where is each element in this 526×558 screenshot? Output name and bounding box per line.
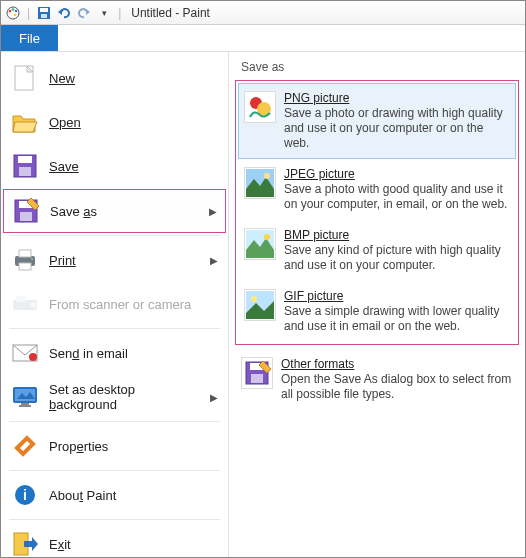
chevron-right-icon: ▶ xyxy=(210,255,218,266)
jpeg-icon xyxy=(244,167,276,199)
other-formats-icon xyxy=(241,357,273,389)
menu-exit[interactable]: Exit xyxy=(1,522,228,558)
open-icon xyxy=(11,108,39,136)
menu-save-as-label: Save as xyxy=(50,204,97,219)
svg-point-37 xyxy=(264,234,270,240)
format-bmp-title: BMP picture xyxy=(284,228,510,243)
paint-app-icon xyxy=(5,5,21,21)
menu-save-as[interactable]: Save as ▶ xyxy=(3,189,226,233)
svg-rect-42 xyxy=(251,374,263,383)
menu-about-label: About Paint xyxy=(49,488,116,503)
svg-rect-16 xyxy=(19,250,31,257)
format-gif-title: GIF picture xyxy=(284,289,510,304)
format-jpeg-title: JPEG picture xyxy=(284,167,510,182)
svg-rect-26 xyxy=(21,403,29,405)
menu-about[interactable]: i About Paint xyxy=(1,473,228,517)
svg-rect-17 xyxy=(19,263,31,270)
svg-text:i: i xyxy=(23,487,27,503)
divider xyxy=(9,235,220,236)
svg-point-2 xyxy=(12,8,15,11)
svg-point-35 xyxy=(264,173,270,179)
svg-rect-14 xyxy=(20,212,32,221)
chevron-right-icon: ▶ xyxy=(210,392,218,403)
svg-rect-11 xyxy=(19,167,31,176)
file-tab-label: File xyxy=(19,31,40,46)
redo-icon[interactable] xyxy=(76,5,92,21)
format-jpeg-desc: Save a photo with good quality and use i… xyxy=(284,182,510,212)
info-icon: i xyxy=(11,481,39,509)
format-other-desc: Open the Save As dialog box to select fr… xyxy=(281,372,513,402)
svg-point-4 xyxy=(14,13,17,16)
format-gif[interactable]: GIF picture Save a simple drawing with l… xyxy=(238,281,516,342)
title-bar: | ▾ | Untitled - Paint xyxy=(1,1,525,25)
exit-icon xyxy=(11,530,39,558)
desktop-icon xyxy=(11,383,39,411)
format-other[interactable]: Other formats Open the Save As dialog bo… xyxy=(235,349,519,410)
file-tab[interactable]: File xyxy=(1,25,58,51)
svg-rect-20 xyxy=(16,296,26,302)
window-title: Untitled - Paint xyxy=(131,6,210,20)
svg-point-1 xyxy=(9,9,12,12)
format-png-desc: Save a photo or drawing with high qualit… xyxy=(284,106,510,151)
divider xyxy=(9,519,220,520)
svg-rect-10 xyxy=(18,156,32,163)
chevron-right-icon: ▶ xyxy=(209,206,217,217)
gif-icon xyxy=(244,289,276,321)
separator-icon: | xyxy=(118,6,121,20)
menu-exit-label: Exit xyxy=(49,537,71,552)
divider xyxy=(9,470,220,471)
menu-desktop-bg[interactable]: Set as desktop background ▶ xyxy=(1,375,228,419)
save-as-section-title: Save as xyxy=(235,58,519,80)
formats-highlight-box: PNG picture Save a photo or drawing with… xyxy=(235,80,519,345)
format-bmp[interactable]: BMP picture Save any kind of picture wit… xyxy=(238,220,516,281)
scanner-icon xyxy=(11,290,39,318)
menu-scanner-label: From scanner or camera xyxy=(49,297,191,312)
png-icon xyxy=(244,91,276,123)
file-menu-panel: New Open Save Save as ▶ Prin xyxy=(1,51,525,557)
undo-icon[interactable] xyxy=(56,5,72,21)
menu-print-label: Print xyxy=(49,253,76,268)
menu-send-email-label: Send in email xyxy=(49,346,128,361)
menu-new-label: New xyxy=(49,71,75,86)
menu-open[interactable]: Open xyxy=(1,100,228,144)
file-menu-left: New Open Save Save as ▶ Prin xyxy=(1,52,229,557)
svg-rect-7 xyxy=(41,14,47,18)
format-gif-desc: Save a simple drawing with lower quality… xyxy=(284,304,510,334)
menu-properties-label: Properties xyxy=(49,439,108,454)
svg-point-3 xyxy=(15,9,18,12)
svg-point-23 xyxy=(29,353,37,361)
menu-open-label: Open xyxy=(49,115,81,130)
svg-point-21 xyxy=(30,302,36,308)
menu-new[interactable]: New xyxy=(1,56,228,100)
format-jpeg[interactable]: JPEG picture Save a photo with good qual… xyxy=(238,159,516,220)
menu-scanner: From scanner or camera xyxy=(1,282,228,326)
menu-save[interactable]: Save xyxy=(1,144,228,188)
save-disk-icon xyxy=(11,152,39,180)
svg-point-39 xyxy=(251,296,257,302)
separator-icon: | xyxy=(27,6,30,20)
save-icon[interactable] xyxy=(36,5,52,21)
save-as-submenu: Save as PNG picture Save a photo or draw… xyxy=(229,52,525,557)
menu-desktop-bg-label: Set as desktop background xyxy=(49,382,200,412)
svg-rect-27 xyxy=(19,405,31,407)
format-bmp-desc: Save any kind of picture with high quali… xyxy=(284,243,510,273)
menu-print[interactable]: Print ▶ xyxy=(1,238,228,282)
format-png[interactable]: PNG picture Save a photo or drawing with… xyxy=(238,83,516,159)
bmp-icon xyxy=(244,228,276,260)
print-icon xyxy=(11,246,39,274)
format-png-title: PNG picture xyxy=(284,91,510,106)
email-icon xyxy=(11,339,39,367)
svg-point-18 xyxy=(31,258,33,260)
menu-save-label: Save xyxy=(49,159,79,174)
menu-properties[interactable]: Properties xyxy=(1,424,228,468)
customize-qat-icon[interactable]: ▾ xyxy=(96,5,112,21)
divider xyxy=(9,328,220,329)
svg-rect-6 xyxy=(40,8,48,12)
divider xyxy=(9,421,220,422)
format-other-title: Other formats xyxy=(281,357,513,372)
menu-send-email[interactable]: Send in email xyxy=(1,331,228,375)
properties-icon xyxy=(11,432,39,460)
new-icon xyxy=(11,64,39,92)
ribbon-tab-row: File xyxy=(1,25,525,51)
save-as-icon xyxy=(12,197,40,225)
